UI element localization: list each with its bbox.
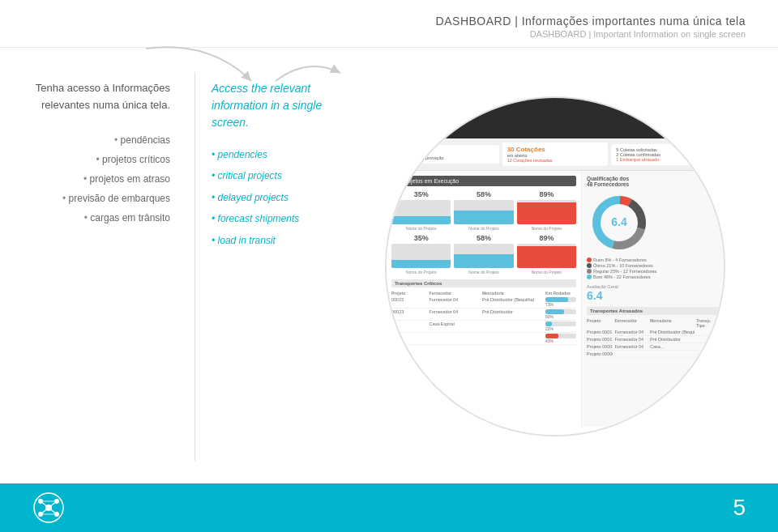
dashboard-price-block: $93.7k Negociados <box>682 111 712 126</box>
footer-logo <box>32 492 65 524</box>
dashboard-price: $93.7k <box>682 111 712 121</box>
dashboard-main-area: ≡ Projetos em Execução 35% <box>387 171 724 427</box>
table-row: Projeto 000110 Fornecedor 04 Pré Distrib… <box>587 329 719 336</box>
page-footer: 5 <box>0 483 778 532</box>
left-paragraph: Tenha acesso à Informações relevantes nu… <box>32 80 170 114</box>
execucao-title: ≡ Projetos em Execução <box>391 176 576 186</box>
atrasados-table-header: Projeto Fornecedor Mercadoria Transp. Ti… <box>587 317 719 329</box>
table-row: Projeto 000110 Fornecedor 04 Pré Distrib… <box>587 336 719 343</box>
table-row: Projeto 000010 Fornecedor 04 Casa... <box>587 343 719 351</box>
table-row: 00015 Fornecedor 04 Pré Distribuidor (Be… <box>391 296 576 309</box>
dashboard-stats-row: 7 Projetos aguardando aprovação 30 Cotaç… <box>387 138 724 171</box>
dashboard-container: $93.7k Negociados 7 Projetos aguardando … <box>385 96 725 436</box>
table-row: Casa Espiral 22% <box>391 321 576 333</box>
main-content: Tenha acesso à Informações relevantes nu… <box>0 48 778 477</box>
bar-4: 35% Nome do Projeto <box>391 234 451 275</box>
middle-bullet-2: critical projects <box>212 165 357 186</box>
svg-line-15 <box>49 508 57 514</box>
stat-cotacoes-num: 30 Cotações <box>507 146 604 153</box>
qual-legend: Ruim 8% - 4 Fornecedores Ótimo 21% - 10 … <box>587 257 719 279</box>
left-bullet-list: pendências projetos críticos projetos em… <box>62 130 170 228</box>
rating-number: 6.4 <box>587 289 719 302</box>
svg-line-14 <box>41 508 49 514</box>
bar-5: 58% Nome do Projeto <box>454 234 513 275</box>
bar-3: 89% Nome do Projeto <box>517 190 576 231</box>
middle-heading: Access the relevant information in a sin… <box>212 80 357 131</box>
page-header: DASHBOARD | Informações importantes numa… <box>0 0 778 48</box>
execucao-label: Projetos em Execução <box>402 178 459 184</box>
middle-bullet-3: delayed projects <box>212 187 357 208</box>
bar-1: 35% Nome do Projeto <box>391 190 451 231</box>
middle-heading-line3: screen. <box>212 116 249 129</box>
transport-atrasados-header: Transportes Atrasados <box>587 307 719 315</box>
dashboard-circle: $93.7k Negociados 7 Projetos aguardando … <box>385 96 725 436</box>
stat-coletas: 5 Coletas solicitadas 2 Coletas confirma… <box>611 144 717 165</box>
left-bullet-2: projetos críticos <box>62 150 170 169</box>
stat-projetos-label: aguardando aprovação <box>398 155 494 160</box>
bars-row-1: 35% Nome do Projeto 58% <box>391 190 576 231</box>
left-column: Tenha acesso à Informações relevantes nu… <box>32 72 194 461</box>
left-bullet-1: pendências <box>62 130 170 150</box>
left-bullet-4: previsão de embarques <box>62 189 170 208</box>
transport-table-header: Projeto Fornecedor Mercadoria Km Rodados <box>391 290 576 296</box>
left-bullet-3: projetos em atraso <box>62 169 170 189</box>
dashboard-top-bar: $93.7k Negociados <box>387 98 724 138</box>
middle-bullet-4: forecast shipments <box>212 208 357 229</box>
header-title-en: DASHBOARD | Important Information on sin… <box>32 29 746 39</box>
middle-heading-line2: information in a single <box>212 99 322 112</box>
header-title-pt: DASHBOARD | Informações importantes numa… <box>32 15 746 28</box>
middle-heading-line1: Access the relevant <box>212 82 310 95</box>
middle-bullet-5: load in transit <box>212 230 357 251</box>
rating-block: Avaliação Geral 6.4 <box>587 284 719 302</box>
table-row: Projeto 000008 <box>587 351 719 358</box>
donut-chart: 6.4 <box>587 190 652 255</box>
dashboard-inner: $93.7k Negociados 7 Projetos aguardando … <box>387 98 724 435</box>
logo-icon <box>32 492 65 524</box>
stat-projetos-num: 7 Projetos <box>398 148 494 155</box>
dashboard-price-label: Negociados <box>682 121 712 126</box>
table-row: 43% <box>391 333 576 345</box>
page-number: 5 <box>733 495 746 521</box>
middle-bullet-1: pendencies <box>212 144 357 165</box>
svg-text:6.4: 6.4 <box>611 215 627 228</box>
right-column: $93.7k Negociados 7 Projetos aguardando … <box>357 72 746 461</box>
left-bullet-5: cargas em trânsito <box>62 208 170 228</box>
transport-criticos-header: Transportes Críticos <box>391 279 576 287</box>
middle-column: Access the relevant information in a sin… <box>194 72 357 461</box>
svg-line-12 <box>41 501 49 508</box>
table-row: 00023 Fornecedor 04 Pré Distribuidor 60% <box>391 309 576 321</box>
stat-projetos: 7 Projetos aguardando aprovação <box>393 145 499 164</box>
dashboard-left-panel: ≡ Projetos em Execução 35% <box>387 171 581 427</box>
bars-row-2: 35% Nome do Projeto 58% <box>391 234 576 275</box>
qual-title: Qualificação dos48 Fornecedores <box>587 176 719 187</box>
bar-6: 89% Nome do Projeto <box>517 234 576 275</box>
stat-cotacoes: 30 Cotações em aberto 12 Cotações revisa… <box>502 143 609 166</box>
left-text-block: Tenha acesso à Informações relevantes nu… <box>32 80 170 114</box>
middle-bullet-list: pendencies critical projects delayed pro… <box>212 144 357 251</box>
svg-line-13 <box>49 501 57 508</box>
bar-2: 58% Nome do Projeto <box>454 190 513 231</box>
dashboard-right-panel: Qualificação dos48 Fornecedores <box>581 171 724 427</box>
